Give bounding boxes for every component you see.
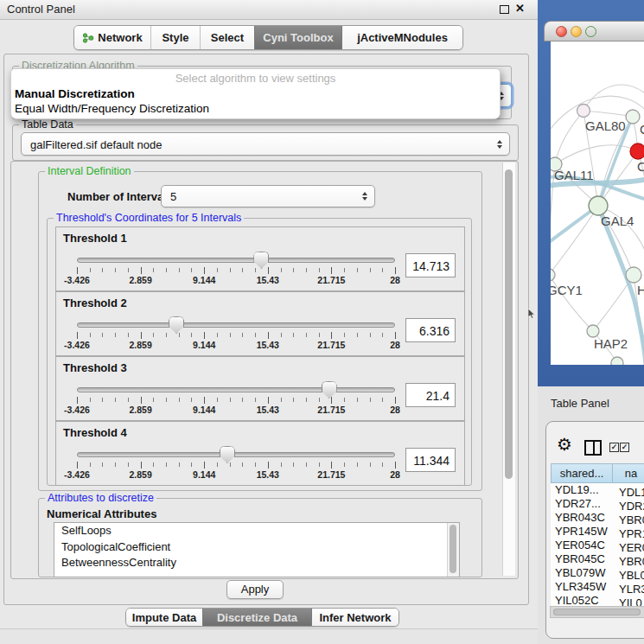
slider-thumb[interactable] (322, 381, 337, 399)
network-window-titlebar[interactable] (544, 21, 644, 41)
slider-thumb[interactable] (220, 446, 235, 463)
threshold-1-box: Threshold 1 14.713 -3.4262.8599.14415.43… (55, 226, 465, 291)
table-row[interactable]: YDR27...YDR2 (551, 497, 644, 511)
slider-thumb[interactable] (253, 252, 269, 269)
table-horizontal-scrollbar[interactable] (550, 606, 644, 618)
float-window-icon[interactable] (500, 5, 509, 14)
cell-shared-name[interactable]: YLR345W (551, 580, 615, 593)
network-node[interactable] (626, 267, 641, 283)
interval-definition-title: Interval Definition (45, 166, 134, 177)
attribute-list-item[interactable]: SelfLoops (54, 523, 459, 539)
tab-jactivemnodules[interactable]: jActiveMNodules (341, 26, 462, 49)
settings-vertical-scrollbar[interactable] (502, 163, 515, 576)
cell-shared-name[interactable]: YBR043C (551, 511, 615, 524)
table-data-combo[interactable]: galFiltered.sif default node (21, 132, 510, 156)
zoom-traffic-light-icon[interactable] (585, 26, 596, 37)
threshold-4-box: Threshold 4 11.344 -3.4262.8599.14415.43… (55, 421, 465, 486)
tick-label: 21.715 (317, 469, 345, 480)
network-edge[interactable] (583, 85, 644, 111)
table-row[interactable]: YPR145WYPR1 (551, 525, 644, 539)
popup-placeholder-item[interactable]: Select algorithm to view settings (11, 69, 500, 86)
cell-name[interactable]: YIL0 (615, 596, 642, 606)
cell-shared-name[interactable]: YBL079W (551, 566, 615, 579)
numerical-attributes-label: Numerical Attributes (47, 507, 156, 520)
network-node[interactable] (577, 105, 590, 118)
cell-shared-name[interactable]: YIL052C (551, 594, 615, 606)
threshold-slider[interactable] (77, 380, 395, 398)
network-node[interactable] (587, 325, 599, 337)
apply-button[interactable]: Apply (226, 580, 284, 599)
popup-item-list: Manual DiscretizationEqual Width/Frequen… (11, 86, 500, 116)
tab-cyni-toolbox[interactable]: Cyni Toolbox (254, 26, 341, 49)
network-node[interactable] (589, 196, 608, 215)
attribute-list-item[interactable]: BetweennessCentrality (54, 555, 459, 571)
slider-major-tick (395, 397, 396, 404)
slider-track[interactable] (77, 387, 395, 392)
threshold-slider[interactable] (77, 251, 395, 268)
popup-item[interactable]: Equal Width/Frequency Discretization (11, 101, 500, 116)
table-panel-title: Table Panel (551, 397, 609, 410)
threshold-slider[interactable] (77, 316, 395, 333)
slider-major-tick (268, 267, 269, 274)
close-icon[interactable]: ✕ (515, 2, 525, 15)
gear-icon[interactable]: ⚙ (557, 435, 572, 454)
intervals-combo-value: 5 (170, 190, 176, 203)
tab-network[interactable]: Network (74, 26, 150, 49)
threshold-value-field[interactable]: 14.713 (405, 253, 456, 277)
network-edge[interactable] (555, 145, 638, 164)
cell-shared-name[interactable]: YER054C (551, 539, 615, 552)
table-row[interactable]: YER054CYER0 (551, 539, 644, 552)
tab-impute-data[interactable]: Impute Data (126, 609, 202, 626)
slider-minor-ticks (77, 462, 395, 467)
attribute-list-item[interactable]: TopologicalCoefficient (54, 539, 459, 556)
scrollbar-thumb[interactable] (553, 609, 641, 615)
number-of-intervals-combo[interactable]: 5 (161, 185, 375, 207)
threshold-value-field[interactable]: 6.316 (405, 318, 456, 342)
tab-infer-network[interactable]: Infer Network (311, 609, 399, 626)
slider-thumb[interactable] (169, 316, 184, 334)
network-view-canvas[interactable]: GAL80GACGAL11GAL4GCY1HHAP2 (551, 41, 644, 365)
checkbox-icon[interactable]: ✓ (620, 443, 629, 452)
tab-style[interactable]: Style (150, 26, 200, 49)
network-node-label: H (637, 283, 644, 297)
table-row[interactable]: YDL19...YDL1 (551, 483, 644, 497)
table-row[interactable]: YBR045CYBR0 (551, 552, 644, 566)
scrollbar-thumb[interactable] (450, 525, 456, 573)
cell-shared-name[interactable]: YDL19... (551, 483, 615, 496)
table-row[interactable]: YLR345WYLR3 (551, 580, 644, 594)
network-node[interactable] (551, 269, 555, 281)
slider-track[interactable] (77, 258, 395, 263)
slider-major-tick (268, 332, 269, 339)
split-columns-icon[interactable] (584, 440, 602, 456)
tab-discretize-data[interactable]: Discretize Data (202, 609, 311, 626)
popup-item[interactable]: Manual Discretization (11, 86, 500, 101)
network-node[interactable] (630, 143, 644, 159)
scrollbar-thumb[interactable] (505, 169, 513, 479)
threshold-slider[interactable] (77, 445, 395, 462)
cell-shared-name[interactable]: YPR145W (551, 525, 615, 538)
tick-label: 21.715 (317, 275, 345, 285)
tick-label: 21.715 (317, 405, 345, 415)
table-row[interactable]: YIL052CYIL0 (551, 594, 644, 606)
cell-shared-name[interactable]: YDR27... (551, 497, 615, 510)
column-header-name[interactable]: na (613, 463, 644, 483)
network-edge[interactable] (598, 151, 638, 206)
slider-track[interactable] (77, 322, 395, 328)
network-edge[interactable] (551, 206, 598, 275)
cell-shared-name[interactable]: YBR045C (551, 552, 615, 565)
threshold-value-field[interactable]: 11.344 (405, 448, 456, 472)
close-traffic-light-icon[interactable] (556, 26, 567, 37)
threshold-value-field[interactable]: 21.4 (405, 383, 456, 407)
minimize-traffic-light-icon[interactable] (571, 26, 582, 37)
network-node[interactable] (626, 110, 640, 124)
network-node[interactable] (611, 357, 623, 365)
table-row[interactable]: YBL079WYBL0 (551, 566, 644, 580)
numerical-attributes-list[interactable]: SelfLoopsTopologicalCoefficientBetweenne… (54, 522, 460, 577)
tab-select[interactable]: Select (200, 26, 254, 49)
slider-track[interactable] (77, 452, 395, 457)
table-row[interactable]: YBR043CYBR0 (551, 511, 644, 525)
checkbox-icon[interactable]: ✓ (609, 443, 619, 452)
column-header-shared-name[interactable]: shared... (551, 463, 613, 483)
bottom-strip (0, 628, 538, 644)
attributes-scrollbar[interactable] (447, 523, 459, 577)
